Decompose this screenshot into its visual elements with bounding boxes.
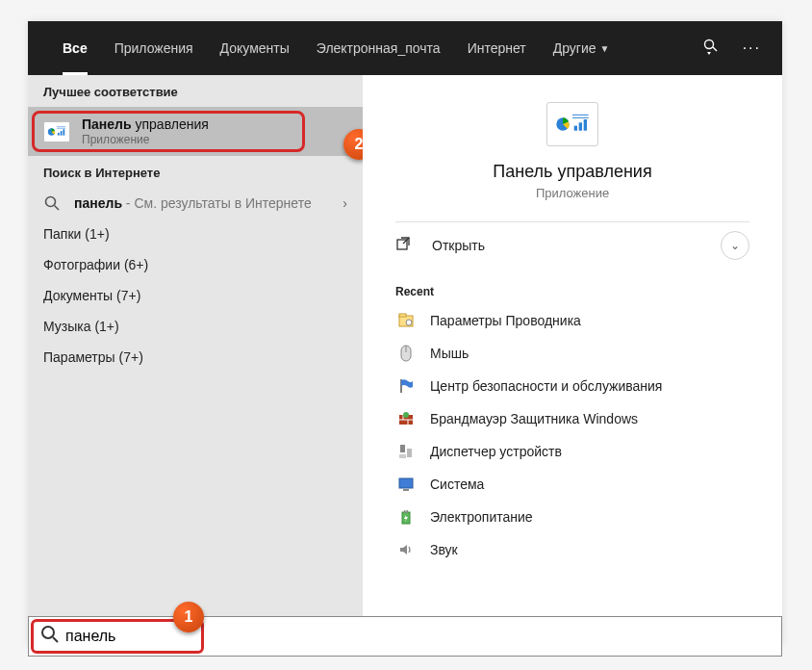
expand-button[interactable]: ⌄ bbox=[721, 231, 749, 260]
recent-label: Диспетчер устройств bbox=[430, 444, 562, 459]
recent-label: Мышь bbox=[430, 346, 469, 361]
web-search-heading: Поиск в Интернете bbox=[28, 156, 363, 188]
open-action[interactable]: Открыть ⌄ bbox=[363, 222, 782, 268]
search-body: Лучшее соответствие Панель уп bbox=[28, 75, 782, 645]
chevron-right-icon: › bbox=[343, 195, 347, 211]
search-icon bbox=[40, 625, 60, 648]
recent-label: Брандмауэр Защитника Windows bbox=[430, 411, 638, 426]
tab-all[interactable]: Все bbox=[49, 21, 101, 75]
tab-docs[interactable]: Документы bbox=[207, 21, 303, 75]
recent-item[interactable]: Параметры Проводника bbox=[363, 304, 782, 337]
svg-rect-4 bbox=[63, 129, 64, 135]
tab-apps[interactable]: Приложения bbox=[101, 21, 207, 75]
recent-label: Звук bbox=[430, 542, 458, 557]
annotation-badge-1: 1 bbox=[173, 602, 204, 632]
category-folders[interactable]: Папки (1+) bbox=[28, 219, 363, 249]
svg-rect-12 bbox=[584, 119, 587, 131]
svg-rect-28 bbox=[407, 449, 412, 457]
recent-item[interactable]: Мышь bbox=[363, 337, 782, 370]
svg-rect-33 bbox=[404, 510, 406, 513]
category-music[interactable]: Музыка (1+) bbox=[28, 311, 363, 342]
ellipsis-icon[interactable]: ··· bbox=[743, 39, 761, 57]
tab-label: Интернет bbox=[468, 40, 526, 56]
tab-email[interactable]: Электронная_почта bbox=[303, 21, 454, 75]
svg-rect-34 bbox=[407, 510, 409, 513]
svg-rect-27 bbox=[400, 445, 405, 452]
tab-web[interactable]: Интернет bbox=[454, 21, 540, 75]
svg-line-8 bbox=[55, 206, 60, 211]
category-documents[interactable]: Документы (7+) bbox=[28, 280, 363, 311]
svg-point-0 bbox=[704, 39, 713, 48]
svg-point-7 bbox=[46, 197, 56, 207]
system-icon bbox=[395, 476, 417, 493]
tab-label: Приложения bbox=[114, 40, 193, 56]
recent-label: Центр безопасности и обслуживания bbox=[430, 378, 662, 394]
search-bar[interactable]: 1 bbox=[28, 616, 782, 657]
best-match-heading: Лучшее соответствие bbox=[28, 75, 363, 107]
svg-point-18 bbox=[406, 320, 412, 325]
svg-rect-11 bbox=[579, 122, 582, 130]
web-result-text: панель - См. результаты в Интернете bbox=[74, 195, 343, 211]
control-panel-icon bbox=[43, 121, 70, 142]
recent-item[interactable]: Система bbox=[363, 468, 782, 501]
preview-header: Панель управления Приложение bbox=[395, 75, 749, 222]
best-match-result[interactable]: Панель управления Приложение 2 bbox=[28, 107, 363, 156]
search-window: Все Приложения Документы Электронная_поч… bbox=[28, 21, 782, 645]
web-search-result[interactable]: панель - См. результаты в Интернете › bbox=[28, 188, 363, 219]
recent-item[interactable]: Звук bbox=[363, 533, 782, 566]
chevron-down-icon: ▼ bbox=[600, 43, 610, 54]
firewall-icon bbox=[395, 410, 417, 427]
recent-item[interactable]: Центр безопасности и обслуживания bbox=[363, 370, 782, 402]
devices-icon bbox=[395, 443, 417, 460]
feedback-icon[interactable] bbox=[702, 38, 722, 60]
tab-label: Все bbox=[63, 40, 88, 56]
search-input[interactable] bbox=[60, 628, 770, 645]
chevron-down-icon: ⌄ bbox=[730, 239, 740, 252]
svg-rect-17 bbox=[399, 314, 406, 317]
result-title: Панель управления bbox=[82, 116, 347, 132]
sound-icon bbox=[395, 541, 417, 558]
results-left-pane: Лучшее соответствие Панель уп bbox=[28, 75, 363, 645]
preview-title: Панель управления bbox=[493, 162, 651, 182]
preview-pane: Панель управления Приложение Открыть ⌄ R… bbox=[363, 75, 782, 645]
recent-label: Электропитание bbox=[430, 509, 533, 525]
open-label: Открыть bbox=[432, 238, 485, 253]
preview-subtitle: Приложение bbox=[536, 186, 609, 200]
tab-label: Документы bbox=[220, 40, 290, 56]
recent-item[interactable]: Диспетчер устройств bbox=[363, 435, 782, 468]
folder-options-icon bbox=[395, 312, 417, 329]
result-subtitle: Приложение bbox=[82, 133, 347, 146]
recent-label: Параметры Проводника bbox=[430, 313, 581, 328]
tab-label: Другие bbox=[553, 40, 596, 56]
tab-more[interactable]: Другие ▼ bbox=[540, 21, 623, 75]
control-panel-icon-large bbox=[546, 102, 598, 146]
svg-rect-3 bbox=[61, 131, 63, 136]
power-icon bbox=[395, 508, 417, 526]
header-tabs: Все Приложения Документы Электронная_поч… bbox=[28, 21, 782, 75]
recent-item[interactable]: Электропитание bbox=[363, 501, 782, 533]
tab-label: Электронная_почта bbox=[317, 40, 441, 56]
svg-rect-10 bbox=[574, 126, 577, 131]
svg-point-35 bbox=[42, 627, 54, 638]
search-icon bbox=[43, 195, 61, 211]
svg-rect-30 bbox=[399, 478, 413, 488]
category-photos[interactable]: Фотографии (6+) bbox=[28, 249, 363, 280]
annotation-badge-2: 2 bbox=[343, 129, 363, 160]
recent-item[interactable]: Брандмауэр Защитника Windows bbox=[363, 402, 782, 435]
svg-rect-2 bbox=[58, 132, 60, 135]
open-icon bbox=[395, 236, 417, 254]
svg-point-26 bbox=[403, 412, 409, 418]
recent-label: Система bbox=[430, 477, 484, 492]
svg-rect-31 bbox=[403, 489, 409, 491]
svg-line-36 bbox=[53, 637, 58, 642]
category-settings[interactable]: Параметры (7+) bbox=[28, 342, 363, 373]
flag-icon bbox=[395, 377, 417, 395]
mouse-icon bbox=[395, 345, 417, 362]
recent-heading: Recent bbox=[363, 268, 782, 304]
svg-rect-29 bbox=[399, 454, 406, 458]
